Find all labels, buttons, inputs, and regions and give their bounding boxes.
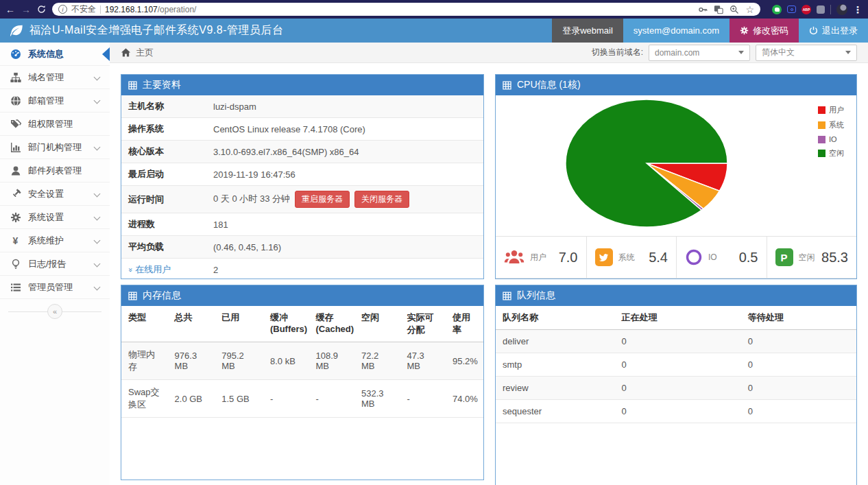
sidebar-item-system-info[interactable]: 系统信息 xyxy=(0,43,110,66)
sidebar-item-label: 系统设置 xyxy=(28,211,64,224)
bookmark-star-icon[interactable]: ☆ xyxy=(745,5,754,14)
sidebar-item-label: 管理员管理 xyxy=(28,281,73,294)
cell: - xyxy=(263,380,309,418)
cell: 0 xyxy=(741,400,856,423)
extensions-tray: ABP ⋮ xyxy=(772,4,863,15)
home-icon xyxy=(121,47,131,58)
table-row: 平均负载(0.46, 0.45, 1.16) xyxy=(121,236,483,259)
tags-icon xyxy=(10,119,21,130)
legend-swatch xyxy=(818,136,825,143)
row-value: luzi-dspam xyxy=(206,95,483,118)
column-header: 队列名称 xyxy=(496,306,615,330)
sidebar-item-group-permission[interactable]: 组权限管理 xyxy=(0,113,110,136)
app-header: 福洽U-Mail安全增强电子邮件系统V9.8-管理员后台 登录webmail s… xyxy=(0,19,868,43)
memory-table: 类型 总共 已用 缓冲 (Buffers) 缓存 (Cached) 空闲 实际可… xyxy=(121,306,483,418)
legend-swatch xyxy=(818,150,825,157)
table-header-row: 类型 总共 已用 缓冲 (Buffers) 缓存 (Cached) 空闲 实际可… xyxy=(121,306,483,342)
password-key-icon[interactable] xyxy=(698,5,708,14)
back-button[interactable]: ← xyxy=(5,5,15,14)
sidebar-collapse-button[interactable]: « xyxy=(47,304,62,319)
change-password-button[interactable]: 修改密码 xyxy=(730,19,799,43)
restart-server-button[interactable]: 重启服务器 xyxy=(295,191,350,208)
sidebar-item-system-maintenance[interactable]: ¥ 系统维护 xyxy=(0,229,110,252)
cell: - xyxy=(400,380,446,418)
cell: Swap交换区 xyxy=(121,380,168,418)
sidebar-item-department-mgmt[interactable]: 部门机构管理 xyxy=(0,136,110,159)
table-row: 主机名称luzi-dspam xyxy=(121,95,483,118)
legend-item: 用户 xyxy=(818,105,844,115)
logout-button[interactable]: 退出登录 xyxy=(799,19,868,43)
extension-icon[interactable] xyxy=(817,5,825,14)
table-icon xyxy=(503,81,511,90)
cell: 0 xyxy=(615,377,741,400)
sidebar-item-domain-mgmt[interactable]: 域名管理 xyxy=(0,66,110,89)
language-select[interactable]: 简体中文 xyxy=(756,45,857,61)
sidebar-item-maillist-mgmt[interactable]: 邮件列表管理 xyxy=(0,159,110,182)
pie-chart-svg xyxy=(562,97,731,231)
column-header: 缓冲 (Buffers) xyxy=(263,306,309,342)
cell: - xyxy=(309,380,354,418)
sidebar-item-admin-mgmt[interactable]: 管理员管理 xyxy=(0,276,110,299)
cell: 0 xyxy=(615,400,741,423)
panel-title: CPU信息 (1核) xyxy=(517,79,581,91)
cell: 72.2 MB xyxy=(354,342,400,380)
domain-select[interactable]: domain.com xyxy=(649,45,750,61)
pinterest-icon: P xyxy=(775,248,793,266)
sitemap-icon xyxy=(10,72,21,83)
logout-label: 退出登录 xyxy=(822,25,858,37)
sidebar-item-label: 系统维护 xyxy=(28,235,64,247)
translate-icon[interactable] xyxy=(714,5,723,14)
adblock-extension-icon[interactable]: ABP xyxy=(801,5,811,14)
cell: 47.3 MB xyxy=(400,342,446,380)
online-users-link[interactable]: »在线用户 xyxy=(128,263,171,276)
chevron-down-icon xyxy=(94,214,101,221)
login-webmail-button[interactable]: 登录webmail xyxy=(552,19,623,43)
cpu-stat-system: 系统 5.4 xyxy=(586,237,677,278)
reload-button[interactable] xyxy=(37,5,46,14)
sidebar-item-label: 邮件列表管理 xyxy=(28,165,82,177)
breadcrumb-home-link[interactable]: 主页 xyxy=(136,47,154,59)
cell: 95.2% xyxy=(446,342,483,380)
page-info-icon[interactable]: i xyxy=(58,5,67,14)
cell: 795.2 MB xyxy=(215,342,263,380)
table-icon xyxy=(128,292,137,300)
evernote-extension-icon[interactable] xyxy=(772,5,782,14)
cell: 532.3 MB xyxy=(354,380,400,418)
stat-label: 空闲 xyxy=(799,252,815,263)
table-row: review00 xyxy=(496,377,856,400)
sidebar-item-security-settings[interactable]: 安全设置 xyxy=(0,182,110,206)
sidebar-item-label: 安全设置 xyxy=(28,188,64,200)
address-bar[interactable]: i 不安全 192.168.1.107/operation/ ☆ xyxy=(52,3,760,16)
security-label: 不安全 xyxy=(71,3,96,15)
cell: smtp xyxy=(496,353,615,377)
ring-icon xyxy=(685,248,703,266)
change-password-label: 修改密码 xyxy=(753,25,788,37)
row-value: 3.10.0-693.el7.x86_64(SMP) x86_64 xyxy=(206,141,483,163)
chevron-down-icon xyxy=(738,51,744,54)
shutdown-server-button[interactable]: 关闭服务器 xyxy=(354,191,409,208)
sidebar-item-system-settings[interactable]: 系统设置 xyxy=(0,206,110,229)
cpu-stats-strip: 用户 7.0 系统 5.4 IO 0.5 xyxy=(496,236,856,279)
table-icon xyxy=(128,81,137,90)
row-value: CentOS Linux release 7.4.1708 (Core) xyxy=(206,118,483,141)
cpu-pie-chart: 用户系统IO空闲 xyxy=(496,95,856,236)
camera-extension-icon[interactable] xyxy=(787,5,796,13)
zoom-icon[interactable] xyxy=(730,5,739,14)
legend-item: 系统 xyxy=(818,120,844,130)
chevron-down-icon xyxy=(94,74,101,81)
sidebar-item-logs-reports[interactable]: 日志/报告 xyxy=(0,252,110,276)
table-row: 运行时间 0 天 0 小时 33 分钟重启服务器关闭服务器 xyxy=(121,186,483,213)
cell: 0 xyxy=(615,353,741,377)
row-label: 主机名称 xyxy=(121,95,206,118)
legend-item: IO xyxy=(818,135,844,143)
forward-button[interactable]: → xyxy=(21,5,31,14)
table-row: »在线用户 2 xyxy=(121,259,483,280)
browser-menu-icon[interactable]: ⋮ xyxy=(853,4,863,15)
account-button[interactable]: system@domain.com xyxy=(623,19,730,43)
sidebar-item-label: 部门机构管理 xyxy=(28,141,82,154)
divider xyxy=(100,5,101,14)
chevron-down-icon xyxy=(94,237,101,244)
browser-profile-avatar[interactable] xyxy=(836,4,847,15)
cell: review xyxy=(496,377,615,400)
sidebar-item-mailbox-mgmt[interactable]: 邮箱管理 xyxy=(0,89,110,113)
